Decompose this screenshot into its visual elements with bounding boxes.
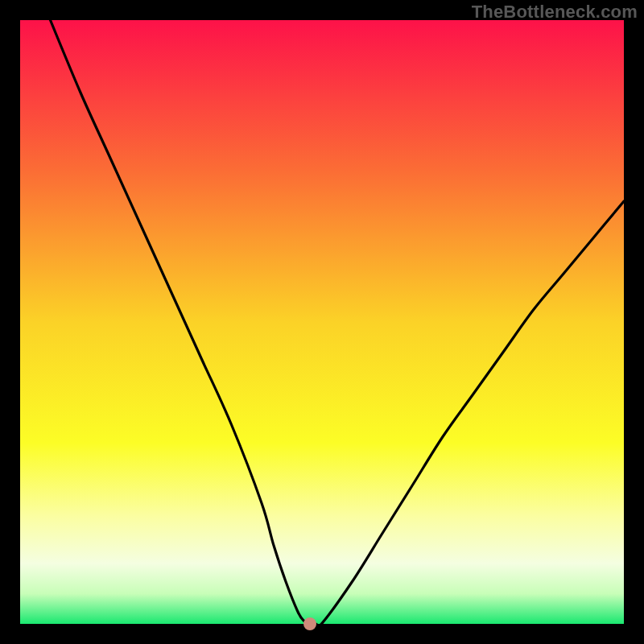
- bottleneck-curve: [20, 20, 624, 624]
- chart-frame: TheBottleneck.com: [0, 0, 644, 644]
- bottleneck-marker: [303, 617, 316, 630]
- watermark-label: TheBottleneck.com: [472, 2, 638, 23]
- plot-area: [20, 20, 624, 624]
